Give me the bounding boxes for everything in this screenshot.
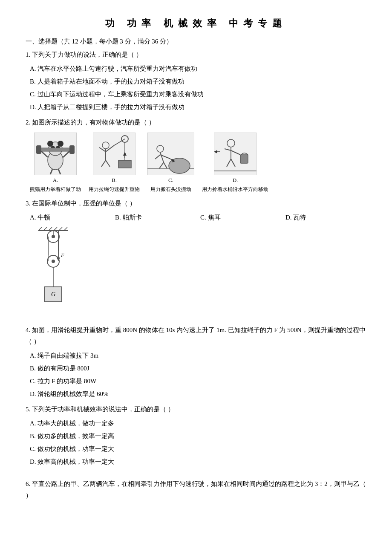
q2-caption-d: D. xyxy=(233,175,238,185)
q4-option-c: C. 拉力 F 的功率是 80W xyxy=(30,375,366,387)
q3-option-row: A. 牛顿 B. 帕斯卡 C. 焦耳 D. 瓦特 xyxy=(30,211,366,224)
q3-option-c: C. 焦耳 xyxy=(200,211,268,224)
q2-caption-c: C. xyxy=(168,175,173,185)
q3-options: A. 牛顿 B. 帕斯卡 C. 焦耳 D. 瓦特 xyxy=(30,211,366,224)
q2-img-a: A. 熊猫用力举着杆做了动 xyxy=(30,133,81,194)
svg-rect-11 xyxy=(69,145,75,154)
q2-img-d: D. 用力拎着水桶沿水平方向移动 xyxy=(202,133,268,194)
svg-point-29 xyxy=(169,158,190,173)
q3-text: 3. 在国际单位制中，压强的单位是（ ） xyxy=(26,198,366,209)
svg-line-55 xyxy=(64,227,67,231)
q5-option-b: B. 做功多的机械，效率一定高 xyxy=(30,430,366,442)
svg-point-3 xyxy=(47,141,53,147)
page-title: 功 功率 机械效率 中考专题 xyxy=(26,17,366,30)
q6-text: 6. 平直公路上的甲、乙两辆汽车，在相同牵引力作用下匀速行驶，如果在相同时间内通… xyxy=(26,478,366,501)
pulley-diagram: F G xyxy=(34,227,366,318)
question-5: 5. 下列关于功率和机械效率的说法中，正确的是（ ） A. 功率大的机械，做功一… xyxy=(26,404,366,468)
question-6: 6. 平直公路上的甲、乙两辆汽车，在相同牵引力作用下匀速行驶，如果在相同时间内通… xyxy=(26,478,366,501)
svg-line-53 xyxy=(54,227,57,231)
q1-option-a: A. 汽车在水平公路上匀速行驶，汽车所受重力对汽车有做功 xyxy=(30,62,366,75)
svg-rect-46 xyxy=(240,155,248,163)
q2-caption-d-text: 用力拎着水桶沿水平方向移动 xyxy=(202,185,268,194)
q4-text: 4. 如图，用滑轮组提升重物时，重 800N 的物体在 10s 内匀速上升了 1… xyxy=(26,324,366,347)
svg-point-60 xyxy=(52,260,55,263)
q3-option-a: A. 牛顿 xyxy=(30,211,98,224)
q4-option-b: B. 做的有用功是 800J xyxy=(30,362,366,375)
q4-option-d: D. 滑轮组的机械效率是 60% xyxy=(30,387,366,400)
svg-line-54 xyxy=(59,227,62,231)
q2-text: 2. 如图所示描述的力，有对物体做功的是（ ） xyxy=(26,117,366,128)
svg-line-50 xyxy=(38,227,42,231)
svg-point-4 xyxy=(58,141,63,147)
q2-img-c: C. 用力搬石头没搬动 xyxy=(147,133,194,194)
svg-line-52 xyxy=(49,227,52,231)
svg-rect-38 xyxy=(214,133,257,175)
q5-option-a: A. 功率大的机械，做功一定多 xyxy=(30,417,366,430)
q4-option-a: A. 绳子自由端被拉下 3m xyxy=(30,349,366,362)
svg-line-51 xyxy=(43,227,47,231)
carry-bucket-image xyxy=(214,133,257,175)
push-rock-image xyxy=(147,133,194,175)
section-header: 一、选择题（共 12 小题，每小题 3 分，满分 36 分） xyxy=(26,38,366,46)
q1-options: A. 汽车在水平公路上匀速行驶，汽车所受重力对汽车有做功 B. 人提着箱子站在地… xyxy=(30,62,366,113)
svg-rect-9 xyxy=(37,148,73,151)
question-3: 3. 在国际单位制中，压强的单位是（ ） A. 牛顿 B. 帕斯卡 C. 焦耳 … xyxy=(26,198,366,224)
q2-caption-a: A. xyxy=(53,175,58,185)
q3-option-d: D. 瓦特 xyxy=(285,211,354,224)
svg-text:F: F xyxy=(61,252,65,258)
panda-image xyxy=(34,133,77,175)
q3-option-b: B. 帕斯卡 xyxy=(115,211,183,224)
q5-option-c: C. 做功快的机械，功率一定大 xyxy=(30,442,366,455)
svg-rect-14 xyxy=(93,133,135,175)
rope-lift-image xyxy=(93,133,135,175)
q5-text: 5. 下列关于功率和机械效率的说法中，正确的是（ ） xyxy=(26,404,366,415)
pulley-svg: F G xyxy=(34,227,81,317)
question-4: 4. 如图，用滑轮组提升重物时，重 800N 的物体在 10s 内匀速上升了 1… xyxy=(26,324,366,400)
q4-options: A. 绳子自由端被拉下 3m B. 做的有用功是 800J C. 拉力 F 的功… xyxy=(30,349,366,400)
q2-caption-c-text: 用力搬石头没搬动 xyxy=(150,185,191,194)
q2-caption-b: B. xyxy=(112,175,117,185)
q1-text: 1. 下列关于力做功的说法，正确的是（ ） xyxy=(26,49,366,61)
q1-option-b: B. 人提着箱子站在地面不动，手的拉力对箱子没有做功 xyxy=(30,75,366,88)
question-1: 1. 下列关于力做功的说法，正确的是（ ） A. 汽车在水平公路上匀速行驶，汽车… xyxy=(26,49,366,113)
svg-text:G: G xyxy=(51,291,55,298)
q2-img-b: B. 用力拉绳匀速提升重物 xyxy=(89,133,140,194)
q5-option-d: D. 效率高的机械，功率一定大 xyxy=(30,455,366,468)
q1-option-c: C. 过山车向下运动过程中，车上乘客所受重力对乘客没有做功 xyxy=(30,88,366,101)
q2-caption-a-text: 熊猫用力举着杆做了动 xyxy=(30,185,81,194)
q2-images: A. 熊猫用力举着杆做了动 xyxy=(30,133,366,194)
q5-options: A. 功率大的机械，做功一定多 B. 做功多的机械，效率一定高 C. 做功快的机… xyxy=(30,417,366,468)
svg-rect-24 xyxy=(118,160,131,168)
svg-rect-10 xyxy=(36,145,41,154)
question-2: 2. 如图所示描述的力，有对物体做功的是（ ） xyxy=(26,117,366,194)
q2-caption-b-text: 用力拉绳匀速提升重物 xyxy=(89,185,140,194)
q1-option-d: D. 人把箱子从二楼提到三楼，手的拉力对箱子没有做功 xyxy=(30,101,366,113)
